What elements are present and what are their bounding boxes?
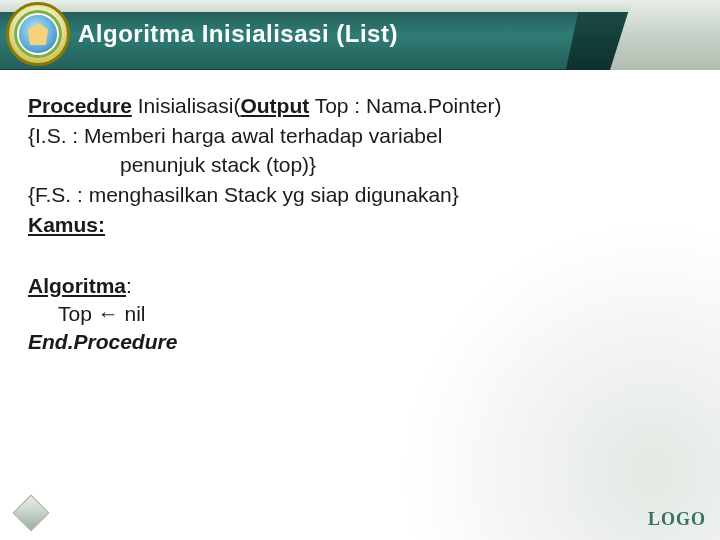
slide-content: Procedure Inisialisasi(Output Top : Nama… — [0, 70, 720, 357]
initial-state-comment: {I.S. : Memberi harga awal terhadap vari… — [28, 122, 692, 179]
assignment-line: Top ← nil — [28, 300, 692, 328]
procedure-params: Top : Nama.Pointer) — [309, 94, 501, 117]
is-line-1: {I.S. : Memberi harga awal terhadap vari… — [28, 124, 442, 147]
slide-header: Algoritma Inisialisasi (List) — [0, 0, 720, 70]
university-logo — [6, 2, 70, 66]
procedure-keyword: Procedure — [28, 94, 132, 117]
output-keyword: Output — [240, 94, 309, 117]
algorithm-section: Algoritma: Top ← nil End.Procedure — [28, 272, 692, 357]
algorithm-label: Algoritma — [28, 274, 126, 297]
footer-diamond-icon — [13, 495, 50, 532]
footer-logo-text: LOGO — [648, 509, 706, 530]
header-top-strip — [0, 0, 720, 12]
final-state-comment: {F.S. : menghasilkan Stack yg siap digun… — [28, 181, 692, 209]
procedure-name: Inisialisasi( — [132, 94, 241, 117]
end-procedure: End.Procedure — [28, 328, 692, 356]
procedure-signature: Procedure Inisialisasi(Output Top : Nama… — [28, 92, 692, 120]
algorithm-label-line: Algoritma: — [28, 272, 692, 300]
is-line-2: penunjuk stack (top)} — [28, 151, 692, 179]
kamus-label: Kamus: — [28, 211, 692, 239]
algorithm-colon: : — [126, 274, 132, 297]
logo-inner-shield — [19, 15, 57, 53]
slide-title: Algoritma Inisialisasi (List) — [78, 20, 398, 48]
